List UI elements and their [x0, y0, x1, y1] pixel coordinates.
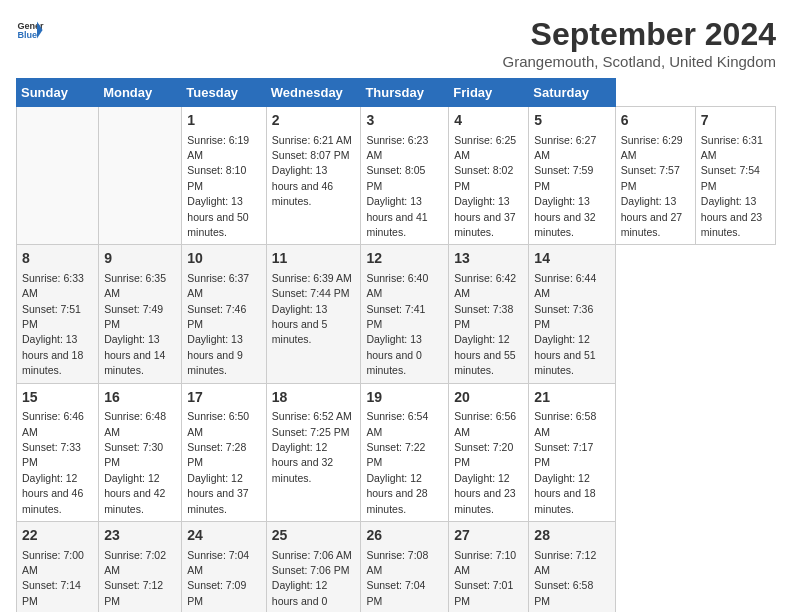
day-info: Sunrise: 7:02 AMSunset: 7:12 PMDaylight:…: [104, 549, 166, 612]
day-number: 20: [454, 388, 523, 408]
empty-cell: [17, 107, 99, 245]
day-info: Sunrise: 7:00 AMSunset: 7:14 PMDaylight:…: [22, 549, 84, 612]
day-number: 19: [366, 388, 443, 408]
calendar-day: 4 Sunrise: 6:25 AMSunset: 8:02 PMDayligh…: [449, 107, 529, 245]
calendar-week: 8 Sunrise: 6:33 AMSunset: 7:51 PMDayligh…: [17, 245, 776, 383]
weekday-header: Wednesday: [266, 79, 361, 107]
calendar-day: 5 Sunrise: 6:27 AMSunset: 7:59 PMDayligh…: [529, 107, 615, 245]
day-number: 12: [366, 249, 443, 269]
day-number: 2: [272, 111, 356, 131]
day-number: 6: [621, 111, 690, 131]
calendar-day: 26 Sunrise: 7:08 AMSunset: 7:04 PMDaylig…: [361, 521, 449, 612]
calendar-day: 14 Sunrise: 6:44 AMSunset: 7:36 PMDaylig…: [529, 245, 615, 383]
day-info: Sunrise: 7:10 AMSunset: 7:01 PMDaylight:…: [454, 549, 516, 612]
day-number: 27: [454, 526, 523, 546]
weekday-header: Saturday: [529, 79, 615, 107]
weekday-header: Tuesday: [182, 79, 267, 107]
day-info: Sunrise: 7:08 AMSunset: 7:04 PMDaylight:…: [366, 549, 428, 612]
day-info: Sunrise: 6:50 AMSunset: 7:28 PMDaylight:…: [187, 410, 249, 514]
weekday-header: Thursday: [361, 79, 449, 107]
day-number: 18: [272, 388, 356, 408]
day-number: 10: [187, 249, 261, 269]
day-info: Sunrise: 6:37 AMSunset: 7:46 PMDaylight:…: [187, 272, 249, 376]
day-number: 26: [366, 526, 443, 546]
day-number: 25: [272, 526, 356, 546]
month-title: September 2024: [503, 16, 777, 53]
svg-text:Blue: Blue: [17, 30, 37, 40]
day-info: Sunrise: 6:54 AMSunset: 7:22 PMDaylight:…: [366, 410, 428, 514]
calendar-day: 11 Sunrise: 6:39 AMSunset: 7:44 PMDaylig…: [266, 245, 361, 383]
weekday-header: Sunday: [17, 79, 99, 107]
day-info: Sunrise: 7:06 AMSunset: 7:06 PMDaylight:…: [272, 549, 352, 612]
day-number: 13: [454, 249, 523, 269]
calendar-day: 24 Sunrise: 7:04 AMSunset: 7:09 PMDaylig…: [182, 521, 267, 612]
day-info: Sunrise: 6:29 AMSunset: 7:57 PMDaylight:…: [621, 134, 683, 238]
day-number: 15: [22, 388, 93, 408]
calendar-day: 6 Sunrise: 6:29 AMSunset: 7:57 PMDayligh…: [615, 107, 695, 245]
day-number: 9: [104, 249, 176, 269]
day-info: Sunrise: 6:40 AMSunset: 7:41 PMDaylight:…: [366, 272, 428, 376]
calendar-day: 28 Sunrise: 7:12 AMSunset: 6:58 PMDaylig…: [529, 521, 615, 612]
day-number: 14: [534, 249, 609, 269]
calendar-day: 10 Sunrise: 6:37 AMSunset: 7:46 PMDaylig…: [182, 245, 267, 383]
calendar-day: 9 Sunrise: 6:35 AMSunset: 7:49 PMDayligh…: [99, 245, 182, 383]
day-number: 22: [22, 526, 93, 546]
empty-cell: [99, 107, 182, 245]
calendar-day: 18 Sunrise: 6:52 AMSunset: 7:25 PMDaylig…: [266, 383, 361, 521]
day-number: 16: [104, 388, 176, 408]
title-area: September 2024 Grangemouth, Scotland, Un…: [503, 16, 777, 70]
day-info: Sunrise: 6:48 AMSunset: 7:30 PMDaylight:…: [104, 410, 166, 514]
day-number: 8: [22, 249, 93, 269]
calendar-day: 22 Sunrise: 7:00 AMSunset: 7:14 PMDaylig…: [17, 521, 99, 612]
calendar-week: 1 Sunrise: 6:19 AMSunset: 8:10 PMDayligh…: [17, 107, 776, 245]
calendar-day: 8 Sunrise: 6:33 AMSunset: 7:51 PMDayligh…: [17, 245, 99, 383]
logo: General Blue: [16, 16, 44, 44]
day-number: 1: [187, 111, 261, 131]
day-info: Sunrise: 6:35 AMSunset: 7:49 PMDaylight:…: [104, 272, 166, 376]
day-info: Sunrise: 6:23 AMSunset: 8:05 PMDaylight:…: [366, 134, 428, 238]
day-info: Sunrise: 6:21 AMSunset: 8:07 PMDaylight:…: [272, 134, 352, 208]
day-info: Sunrise: 6:44 AMSunset: 7:36 PMDaylight:…: [534, 272, 596, 376]
day-info: Sunrise: 6:33 AMSunset: 7:51 PMDaylight:…: [22, 272, 84, 376]
weekday-header: Monday: [99, 79, 182, 107]
calendar-day: 16 Sunrise: 6:48 AMSunset: 7:30 PMDaylig…: [99, 383, 182, 521]
day-info: Sunrise: 6:27 AMSunset: 7:59 PMDaylight:…: [534, 134, 596, 238]
day-info: Sunrise: 6:19 AMSunset: 8:10 PMDaylight:…: [187, 134, 249, 238]
day-info: Sunrise: 6:25 AMSunset: 8:02 PMDaylight:…: [454, 134, 516, 238]
day-number: 28: [534, 526, 609, 546]
calendar-header-row: SundayMondayTuesdayWednesdayThursdayFrid…: [17, 79, 776, 107]
day-number: 17: [187, 388, 261, 408]
calendar-day: 20 Sunrise: 6:56 AMSunset: 7:20 PMDaylig…: [449, 383, 529, 521]
calendar-day: 15 Sunrise: 6:46 AMSunset: 7:33 PMDaylig…: [17, 383, 99, 521]
calendar-day: 23 Sunrise: 7:02 AMSunset: 7:12 PMDaylig…: [99, 521, 182, 612]
day-number: 23: [104, 526, 176, 546]
day-info: Sunrise: 6:46 AMSunset: 7:33 PMDaylight:…: [22, 410, 84, 514]
calendar-day: 25 Sunrise: 7:06 AMSunset: 7:06 PMDaylig…: [266, 521, 361, 612]
day-number: 5: [534, 111, 609, 131]
calendar-day: 1 Sunrise: 6:19 AMSunset: 8:10 PMDayligh…: [182, 107, 267, 245]
day-number: 7: [701, 111, 770, 131]
calendar-day: 13 Sunrise: 6:42 AMSunset: 7:38 PMDaylig…: [449, 245, 529, 383]
day-number: 21: [534, 388, 609, 408]
calendar-day: 21 Sunrise: 6:58 AMSunset: 7:17 PMDaylig…: [529, 383, 615, 521]
calendar-day: 7 Sunrise: 6:31 AMSunset: 7:54 PMDayligh…: [695, 107, 775, 245]
calendar-day: 12 Sunrise: 6:40 AMSunset: 7:41 PMDaylig…: [361, 245, 449, 383]
location: Grangemouth, Scotland, United Kingdom: [503, 53, 777, 70]
calendar-week: 22 Sunrise: 7:00 AMSunset: 7:14 PMDaylig…: [17, 521, 776, 612]
day-info: Sunrise: 7:04 AMSunset: 7:09 PMDaylight:…: [187, 549, 249, 612]
calendar-day: 17 Sunrise: 6:50 AMSunset: 7:28 PMDaylig…: [182, 383, 267, 521]
day-info: Sunrise: 6:39 AMSunset: 7:44 PMDaylight:…: [272, 272, 352, 346]
day-number: 11: [272, 249, 356, 269]
day-info: Sunrise: 6:52 AMSunset: 7:25 PMDaylight:…: [272, 410, 352, 484]
logo-icon: General Blue: [16, 16, 44, 44]
day-info: Sunrise: 7:12 AMSunset: 6:58 PMDaylight:…: [534, 549, 596, 612]
calendar-table: SundayMondayTuesdayWednesdayThursdayFrid…: [16, 78, 776, 612]
day-number: 3: [366, 111, 443, 131]
weekday-header: Friday: [449, 79, 529, 107]
calendar-day: 19 Sunrise: 6:54 AMSunset: 7:22 PMDaylig…: [361, 383, 449, 521]
day-number: 24: [187, 526, 261, 546]
calendar-day: 3 Sunrise: 6:23 AMSunset: 8:05 PMDayligh…: [361, 107, 449, 245]
calendar-week: 15 Sunrise: 6:46 AMSunset: 7:33 PMDaylig…: [17, 383, 776, 521]
day-info: Sunrise: 6:31 AMSunset: 7:54 PMDaylight:…: [701, 134, 763, 238]
page-header: General Blue September 2024 Grangemouth,…: [16, 16, 776, 70]
